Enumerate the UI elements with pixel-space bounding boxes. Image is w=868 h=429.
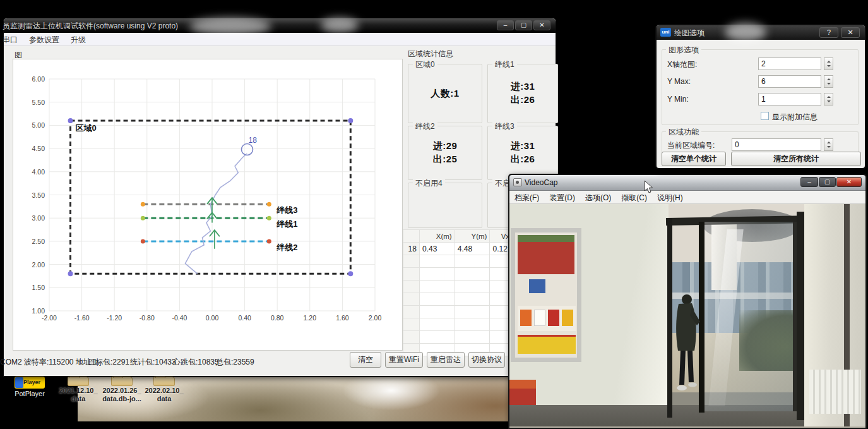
x-range-input[interactable]: 2 [758, 57, 821, 70]
blur-artifact [321, 18, 359, 33]
cabinet-sign-red [518, 235, 574, 274]
region-corner-handle[interactable] [348, 271, 353, 276]
current-region-label: 当前区域编号: [667, 140, 715, 151]
region-corner-handle[interactable] [68, 118, 73, 123]
menu-upgrade[interactable]: 升级 [71, 35, 86, 45]
tripwire-endpoint[interactable] [267, 216, 271, 221]
door-frame-right [797, 212, 804, 420]
videocap-titlebar[interactable]: VideoCap – ▢ ✕ [509, 175, 865, 191]
desktop-icon-potplayer[interactable]: Player PotPlayer [5, 377, 54, 397]
y-tick-label: 3.50 [32, 191, 45, 199]
region-corner-handle[interactable] [68, 271, 73, 276]
col-y: Y(m) [455, 230, 490, 243]
tripwire-endpoint[interactable] [141, 239, 145, 243]
tripwire-label: 绊线1 [276, 219, 297, 229]
x-tick-label: 1.20 [304, 314, 317, 322]
menu-device[interactable]: 装置(D) [549, 193, 575, 203]
close-button[interactable]: ✕ [836, 177, 862, 187]
x-range-spinner[interactable] [824, 57, 833, 70]
desktop-screen: Player PotPlayer 2021.12.10_ data 2022.0… [0, 0, 868, 429]
current-region-input[interactable]: 0 [732, 138, 821, 151]
target-trajectory [185, 153, 247, 274]
x-tick-label: 0.40 [238, 314, 251, 322]
desktop-icon-folder-2[interactable]: 2022.01.26_ data.db-jo... [98, 377, 145, 403]
tripwire3-in: 进:31 [511, 140, 535, 152]
minimize-button[interactable]: – [800, 177, 818, 187]
switch-protocol-button[interactable]: 切换协议 [468, 352, 505, 368]
menu-serial[interactable]: 串口 [3, 35, 18, 45]
x-tick-label: 2.00 [369, 314, 382, 322]
y-min-spinner[interactable] [824, 93, 833, 106]
folder-icon [68, 377, 89, 386]
target-marker[interactable] [241, 144, 253, 155]
blur-artifact [725, 23, 766, 42]
clear-button[interactable]: 清空 [350, 352, 381, 368]
blur-artifact [189, 18, 271, 35]
y-tick-label: 5.50 [32, 99, 45, 106]
restart-radar-button[interactable]: 重启雷达 [427, 352, 465, 368]
close-button[interactable]: ✕ [841, 27, 860, 38]
desktop-icon-folder-1[interactable]: 2021.12.10_ data [56, 377, 101, 403]
tripwire1-out: 出:26 [511, 94, 535, 106]
x-tick-label: -1.60 [74, 314, 90, 322]
y-max-spinner[interactable] [824, 75, 833, 88]
menu-bar: 串口 参数设置 升级 [4, 33, 556, 46]
tripwire-endpoint[interactable] [141, 216, 145, 221]
menu-capture[interactable]: 撷取(C) [621, 193, 647, 203]
cabinet-pictogram [534, 310, 545, 326]
cabinet-pictogram [548, 310, 559, 326]
stat-box-disabled4: 不启用4 [408, 183, 482, 228]
uni-app-icon: uni [660, 28, 671, 37]
minimize-button[interactable]: – [497, 20, 514, 30]
videocap-menu-bar: 档案(F) 装置(D) 选项(O) 撷取(C) 说明(H) [509, 191, 865, 204]
stat-box-tripwire2: 绊线2 进:29 出:25 [408, 126, 482, 180]
y-min-input[interactable]: 1 [758, 93, 821, 106]
menu-options[interactable]: 选项(O) [585, 193, 611, 203]
current-region-spinner[interactable] [824, 138, 833, 151]
radar-plot: -2.00-1.60-1.20-0.80-0.400.000.400.801.2… [13, 59, 402, 345]
tripwire-endpoint[interactable] [267, 239, 271, 243]
potplayer-icon: Player [15, 377, 45, 389]
region0-boundary[interactable] [71, 121, 351, 274]
x-tick-label: -0.40 [172, 314, 187, 322]
maximize-button[interactable]: ▢ [819, 177, 836, 187]
folder-icon [111, 377, 133, 386]
desktop-icon-folder-3[interactable]: 2022.02.10_ data [141, 377, 187, 403]
x-tick-label: 1.60 [336, 314, 349, 322]
y-tick-label: 4.00 [32, 168, 45, 176]
fire-extinguisher-cabinet [511, 228, 581, 362]
tripwire-label: 绊线3 [276, 205, 297, 215]
tripwire3-out: 出:26 [511, 154, 535, 166]
potplayer-label: PotPlayer [5, 390, 54, 397]
target-id-label: 18 [248, 136, 257, 145]
tripwire1-in: 进:31 [511, 81, 535, 93]
close-button[interactable]: ✕ [533, 20, 550, 30]
radar-titlebar[interactable]: 员监测雷达上位机调试软件(software using V2 proto) – … [4, 18, 556, 33]
y-tick-label: 3.00 [32, 214, 45, 222]
region-corner-handle[interactable] [348, 118, 353, 123]
region0-label: 区域0 [76, 123, 97, 133]
stat-box-region0: 区域0 人数:1 [408, 64, 482, 123]
menu-parameter-settings[interactable]: 参数设置 [29, 35, 59, 45]
tripwire2-out: 出:25 [433, 154, 458, 166]
menu-file[interactable]: 档案(F) [514, 193, 539, 203]
show-extra-info-checkbox[interactable] [761, 112, 769, 120]
tripwire-endpoint[interactable] [267, 202, 271, 207]
videocap-title: VideoCap [525, 178, 558, 187]
y-max-input[interactable]: 6 [758, 75, 821, 88]
y-tick-label: 5.00 [32, 121, 45, 129]
menu-help[interactable]: 说明(H) [657, 193, 683, 203]
tripwire-endpoint[interactable] [141, 202, 145, 207]
help-button[interactable]: ? [819, 27, 838, 38]
folder-icon [153, 377, 175, 386]
clear-single-stat-button[interactable]: 清空单个统计 [662, 152, 726, 166]
maximize-button[interactable]: ▢ [515, 20, 532, 30]
y-tick-label: 1.00 [32, 307, 45, 315]
clear-all-stats-button[interactable]: 清空所有统计 [731, 152, 861, 166]
status-target-packets: 目标包:2291 [88, 357, 129, 368]
status-stat-packets: 统计包:10433 [130, 357, 176, 368]
y-min-label: Y Min: [667, 95, 689, 104]
x-tick-label: 0.80 [271, 314, 284, 322]
reset-wifi-button[interactable]: 重置WiFi [385, 352, 423, 368]
tripwire-label: 绊线2 [276, 243, 297, 252]
